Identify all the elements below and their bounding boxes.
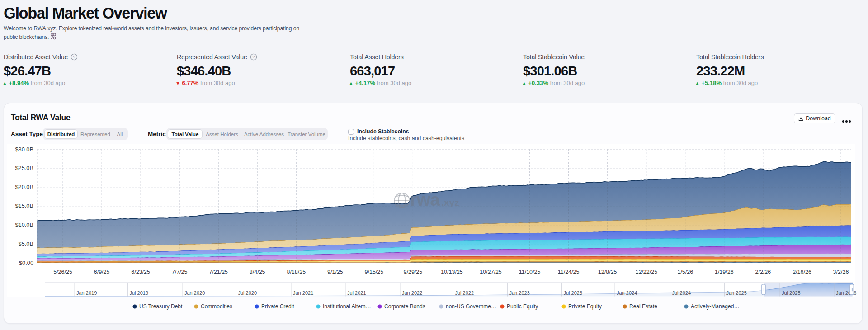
svg-text:10/13/25: 10/13/25 [441, 269, 463, 275]
svg-text:Commodities: Commodities [201, 303, 232, 310]
svg-text:9/15/25: 9/15/25 [365, 269, 384, 275]
svg-text:Private Equity: Private Equity [568, 303, 602, 310]
svg-text:12/8/25: 12/8/25 [598, 269, 617, 275]
svg-text:Real Estate: Real Estate [629, 303, 657, 310]
svg-text:3/2/26: 3/2/26 [833, 269, 849, 275]
svg-text:Jul 2024: Jul 2024 [672, 290, 691, 296]
svg-text:Jan 2024: Jan 2024 [617, 290, 637, 296]
svg-text:Jan 2023: Jan 2023 [509, 290, 530, 296]
svg-text:2/2/26: 2/2/26 [755, 269, 771, 275]
svg-text:.xyz: .xyz [441, 197, 459, 207]
svg-text:6/23/25: 6/23/25 [131, 269, 150, 275]
svg-text:9/1/25: 9/1/25 [327, 269, 343, 275]
svg-text:Actively-Managed…: Actively-Managed… [691, 303, 739, 310]
svg-text:7/7/25: 7/7/25 [172, 269, 188, 275]
svg-text:Corporate Bonds: Corporate Bonds [384, 303, 425, 310]
svg-text:Jul 2022: Jul 2022 [455, 290, 474, 296]
svg-text:5/26/25: 5/26/25 [53, 269, 72, 275]
svg-text:2/16/26: 2/16/26 [793, 269, 811, 275]
svg-text:1/19/26: 1/19/26 [715, 269, 734, 275]
svg-text:?: ? [252, 55, 255, 59]
svg-text:rwa: rwa [410, 190, 440, 209]
svg-text:12/22/25: 12/22/25 [635, 269, 657, 275]
svg-text:$20.0B: $20.0B [15, 184, 33, 190]
svg-text:$30.0B: $30.0B [15, 146, 33, 153]
svg-text:?: ? [73, 55, 75, 59]
svg-text:Jan 2022: Jan 2022 [402, 290, 422, 296]
svg-text:non-US Governme…: non-US Governme… [446, 303, 496, 310]
svg-text:8/18/25: 8/18/25 [287, 269, 306, 275]
svg-text:Jul 2025: Jul 2025 [782, 290, 801, 296]
svg-text:Public Equity: Public Equity [507, 303, 538, 310]
svg-text:$10.0B: $10.0B [15, 222, 33, 228]
svg-text:6/9/25: 6/9/25 [94, 269, 110, 275]
svg-text:$5.0B: $5.0B [19, 240, 33, 247]
svg-text:8/4/25: 8/4/25 [250, 269, 265, 275]
svg-text:Jul 2020: Jul 2020 [238, 290, 257, 296]
svg-text:Jan 2025: Jan 2025 [726, 290, 747, 296]
svg-text:Institutional Altern…: Institutional Altern… [323, 303, 371, 310]
svg-text:Jan 2020: Jan 2020 [184, 290, 205, 296]
svg-text:9/29/25: 9/29/25 [404, 269, 423, 275]
svg-text:Jan 2019: Jan 2019 [76, 290, 97, 296]
svg-text:$15.0B: $15.0B [15, 203, 33, 209]
svg-text:11/24/25: 11/24/25 [558, 269, 580, 275]
svg-text:Jul 2023: Jul 2023 [564, 290, 583, 296]
svg-text:Jul 2021: Jul 2021 [347, 290, 366, 296]
svg-text:7/21/25: 7/21/25 [209, 269, 228, 275]
svg-text:Private Credit: Private Credit [261, 303, 294, 310]
svg-text:$0.00: $0.00 [19, 259, 33, 266]
svg-text:$25.0B: $25.0B [15, 165, 33, 171]
svg-text:10/27/25: 10/27/25 [480, 269, 502, 275]
svg-text:Jul 2019: Jul 2019 [130, 290, 149, 296]
svg-text:Jan 2021: Jan 2021 [293, 290, 313, 296]
svg-text:1/5/26: 1/5/26 [677, 269, 693, 275]
svg-text:US Treasury Debt: US Treasury Debt [139, 303, 183, 310]
svg-text:11/10/25: 11/10/25 [519, 269, 541, 275]
